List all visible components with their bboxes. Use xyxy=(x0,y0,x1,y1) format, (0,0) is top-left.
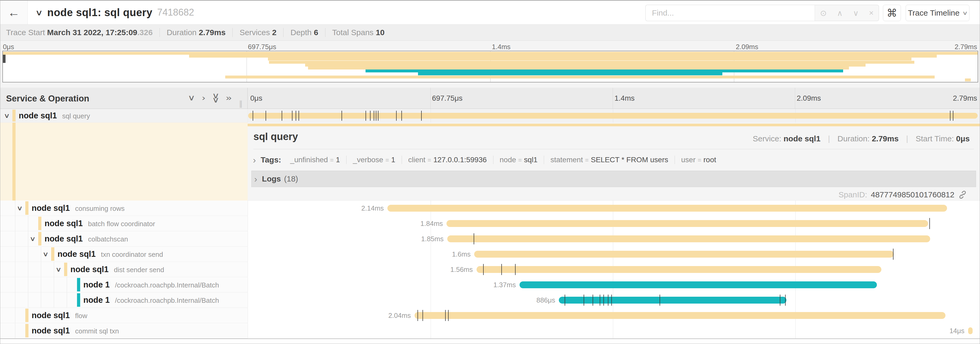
column-resize-grip[interactable]: ∥ xyxy=(239,99,243,108)
span-log-marker[interactable] xyxy=(953,111,953,121)
span-timeline-cell[interactable]: 14μs xyxy=(248,323,980,338)
span-tree-item[interactable]: ∨node sql1consuming rows xyxy=(0,200,248,216)
trace-collapse-icon[interactable]: ∨ xyxy=(35,8,43,17)
span-log-marker[interactable] xyxy=(445,310,446,321)
logs-row[interactable]: › Logs (18) xyxy=(251,171,976,187)
span-log-marker[interactable] xyxy=(608,294,608,306)
tags-label: Tags: xyxy=(261,155,281,164)
span-timeline-cell[interactable]: 1.56ms xyxy=(248,262,980,277)
span-timeline-cell[interactable]: 1.37ms xyxy=(248,277,980,293)
span-tree-item[interactable]: node sql1commit sql txn xyxy=(0,323,248,338)
tags-row[interactable]: › Tags: _unfinished=1_verbose=1client=12… xyxy=(250,153,722,167)
span-log-marker[interactable] xyxy=(603,294,604,306)
expand-one-icon[interactable]: › xyxy=(202,93,205,102)
span-row: node sql1flow2.04ms xyxy=(0,308,980,323)
clear-search-icon[interactable]: × xyxy=(869,8,874,18)
span-duration-bar[interactable] xyxy=(447,235,930,242)
span-log-marker[interactable] xyxy=(501,264,502,275)
span-tree-item[interactable]: ∨node sql1sql query xyxy=(0,109,248,123)
span-log-marker[interactable] xyxy=(378,111,379,121)
span-tree-item[interactable]: ∨node sql1txn coordinator send xyxy=(0,246,248,262)
span-log-marker[interactable] xyxy=(785,294,786,306)
span-log-marker[interactable] xyxy=(282,111,282,121)
expand-all-icon[interactable]: » xyxy=(226,93,232,102)
span-operation-name: sql query xyxy=(62,112,90,120)
span-log-marker[interactable] xyxy=(292,111,293,121)
span-log-marker[interactable] xyxy=(515,264,515,275)
span-tree-item[interactable]: ∨node sql1colbatchscan xyxy=(0,231,248,246)
collapse-all-icon[interactable]: ∨∨ xyxy=(212,94,220,102)
span-duration-bar[interactable] xyxy=(559,297,786,304)
span-duration-bar[interactable] xyxy=(387,205,947,212)
span-log-marker[interactable] xyxy=(584,294,584,306)
span-log-marker[interactable] xyxy=(396,111,397,121)
span-log-marker[interactable] xyxy=(483,264,484,275)
span-tree-item[interactable]: ∨node sql1dist sender send xyxy=(0,262,248,277)
locate-icon[interactable]: ⊙ xyxy=(820,8,827,18)
keyboard-shortcuts-button[interactable]: ⌘ xyxy=(883,5,901,21)
span-timeline-cell[interactable]: 1.6ms xyxy=(248,246,980,262)
span-log-marker[interactable] xyxy=(296,111,296,121)
span-duration-bar[interactable] xyxy=(520,282,877,288)
span-timeline-cell[interactable]: 2.04ms xyxy=(248,308,980,323)
span-log-marker[interactable] xyxy=(299,111,299,121)
span-timeline-cell[interactable]: 2.14ms xyxy=(248,200,980,216)
span-tree-item[interactable]: node 1/cockroach.roachpb.Internal/Batch xyxy=(0,293,248,308)
span-expand-chevron-icon[interactable]: ∨ xyxy=(17,205,23,212)
span-log-marker[interactable] xyxy=(611,294,612,306)
find-tools: ⊙ ∧ ∨ × xyxy=(815,5,879,21)
span-log-marker[interactable] xyxy=(893,249,894,260)
span-log-marker[interactable] xyxy=(565,294,565,306)
trace-title-row: ∨ node sql1: sql query 7418682 xyxy=(36,0,194,24)
timeline-gridline xyxy=(431,246,431,262)
span-duration-bar[interactable] xyxy=(474,251,894,258)
collapse-one-icon[interactable]: ∨ xyxy=(188,93,196,102)
span-operation-name: commit sql txn xyxy=(75,327,119,335)
span-log-marker[interactable] xyxy=(376,111,376,121)
span-duration-bar[interactable] xyxy=(248,113,978,118)
span-log-marker[interactable] xyxy=(423,310,423,321)
span-tree-item[interactable]: node 1/cockroach.roachpb.Internal/Batch xyxy=(0,277,248,293)
span-duration-bar[interactable] xyxy=(968,327,973,334)
span-timeline-cell[interactable]: 1.85ms xyxy=(248,231,980,246)
span-expand-chevron-icon[interactable]: ∨ xyxy=(4,112,10,119)
span-duration-bar[interactable] xyxy=(447,220,928,227)
span-log-marker[interactable] xyxy=(421,111,422,121)
span-log-marker[interactable] xyxy=(266,111,266,121)
prev-match-icon[interactable]: ∧ xyxy=(837,8,843,18)
top-bar: ← ∨ node sql1: sql query 7418682 ⊙ ∧ ∨ ×… xyxy=(0,0,980,24)
span-duration-bar[interactable] xyxy=(477,266,881,273)
back-button[interactable]: ← xyxy=(0,0,28,24)
span-log-marker[interactable] xyxy=(929,218,930,229)
minimap-canvas[interactable] xyxy=(2,51,978,82)
span-duration-label: 14μs xyxy=(950,323,968,338)
span-log-marker[interactable] xyxy=(600,294,600,306)
span-log-marker[interactable] xyxy=(401,111,402,121)
span-log-marker[interactable] xyxy=(417,310,418,321)
span-log-marker[interactable] xyxy=(374,111,374,121)
span-expand-chevron-icon[interactable]: ∨ xyxy=(43,250,49,258)
find-input[interactable] xyxy=(645,5,815,21)
copy-link-icon[interactable] xyxy=(958,190,967,199)
span-log-marker[interactable] xyxy=(342,111,342,121)
span-expand-chevron-icon[interactable]: ∨ xyxy=(56,266,62,273)
span-log-marker[interactable] xyxy=(780,294,780,306)
span-tree-item[interactable]: node sql1batch flow coordinator xyxy=(0,216,248,231)
span-timeline-cell[interactable] xyxy=(248,109,980,123)
span-log-marker[interactable] xyxy=(366,111,366,121)
span-tree-item[interactable]: node sql1flow xyxy=(0,308,248,323)
span-log-marker[interactable] xyxy=(660,294,660,306)
span-log-marker[interactable] xyxy=(474,233,474,245)
span-duration-bar[interactable] xyxy=(415,312,946,319)
span-log-marker[interactable] xyxy=(370,111,371,121)
span-color-stripe xyxy=(25,324,29,338)
next-match-icon[interactable]: ∨ xyxy=(853,8,859,18)
span-log-marker[interactable] xyxy=(950,111,950,121)
span-expand-chevron-icon[interactable]: ∨ xyxy=(30,235,36,243)
span-log-marker[interactable] xyxy=(593,294,593,306)
span-timeline-cell[interactable]: 886μs xyxy=(248,293,980,308)
view-select-button[interactable]: Trace Timeline ∨ xyxy=(906,5,969,21)
span-timeline-cell[interactable]: 1.84ms xyxy=(248,216,980,231)
span-log-marker[interactable] xyxy=(253,111,253,121)
span-log-marker[interactable] xyxy=(448,310,449,321)
